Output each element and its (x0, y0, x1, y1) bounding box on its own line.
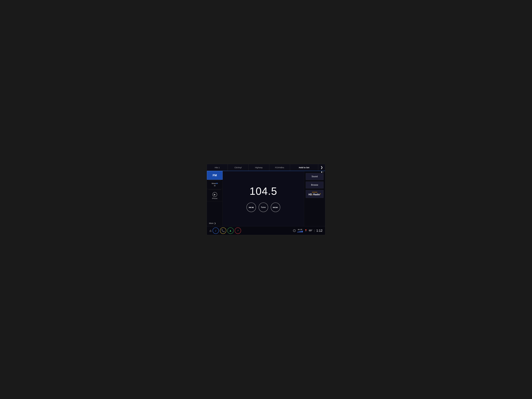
left-sidebar: FM SiriusXM ≋ ▶ iPhone More ❯ (207, 171, 223, 226)
car-infotainment-screen: Hits 1 ClsVinyl Highway FOXHdlns Hold to… (207, 164, 325, 235)
home-button[interactable]: ⌂ (209, 229, 211, 233)
tune-button[interactable]: Tune (259, 203, 268, 212)
phone-button[interactable]: 📞 (220, 228, 226, 234)
hold-to-set-button[interactable]: Hold to Set (290, 164, 318, 171)
center-player-area: 104.5 ⏮⏮ Tune ⏭⏭ (223, 171, 304, 226)
frequency-display: 104.5 (249, 185, 277, 197)
separator: | (314, 229, 315, 232)
siriusxm-icon: SiriusXM ≋ (212, 183, 218, 187)
sidebar-divider-1 (209, 180, 221, 180)
more-button[interactable]: More ❯ (207, 220, 223, 226)
signal-bar-1 (297, 232, 298, 232)
status-area: 1 4G LTE 📍 69° | 1:12 (293, 229, 323, 233)
siriusxm-button[interactable]: SiriusXM ≋ (207, 181, 223, 189)
preset-highway[interactable]: Highway (248, 164, 269, 171)
playback-controls: ⏮⏮ Tune ⏭⏭ (247, 203, 280, 212)
temperature: 69° (309, 229, 312, 232)
hd-radio-bar (312, 192, 317, 192)
dot-inactive (323, 171, 324, 173)
browse-button[interactable]: Browse (306, 182, 323, 188)
dot-active (321, 171, 322, 173)
tune-label: Tune (261, 206, 266, 208)
signal-bars (297, 230, 303, 232)
iphone-play-icon: ▶ (212, 192, 217, 197)
siriusxm-waves-icon: ≋ (212, 184, 218, 187)
rewind-icon: ⏮⏮ (249, 206, 254, 209)
right-sidebar: Sound Browse HD) Radio® (304, 171, 325, 226)
sound-button[interactable]: Sound (306, 173, 323, 180)
preset-clsvinyl[interactable]: ClsVinyl (228, 164, 249, 171)
maps-button[interactable]: ▲ (227, 228, 234, 234)
iphone-label: iPhone (212, 197, 217, 199)
iphone-button[interactable]: ▶ iPhone (207, 190, 223, 201)
sidebar-divider-2 (209, 190, 221, 190)
network-type: 4G LTE (298, 229, 302, 230)
rewind-button[interactable]: ⏮⏮ (247, 203, 256, 212)
network-number: 1 (293, 229, 296, 232)
preset-foxhdlns[interactable]: FOXHdlns (269, 164, 290, 171)
page-dots (321, 171, 324, 173)
carplay-button[interactable]: ↗ (235, 228, 241, 234)
time-display: 1:12 (316, 229, 323, 233)
preset-hits1[interactable]: Hits 1 (207, 164, 228, 171)
forward-button[interactable]: ⏭⏭ (271, 203, 280, 212)
signal-bar-5 (302, 231, 303, 232)
main-content: FM SiriusXM ≋ ▶ iPhone More ❯ 104.5 (207, 171, 325, 226)
signal-bar-2 (298, 232, 299, 232)
radio-text: Radio (313, 193, 320, 196)
fm-button[interactable]: FM (207, 171, 223, 180)
navigation-icons: ⌂ ♪ 📞 ▲ ↗ (209, 228, 241, 234)
hd-text: HD (309, 193, 312, 196)
more-chevron-icon: ❯ (214, 222, 216, 224)
signal-bar-4 (301, 231, 302, 232)
network-info: 4G LTE (297, 229, 303, 232)
music-button[interactable]: ♪ (213, 228, 219, 234)
more-label: More (209, 222, 214, 224)
hd-radio-button[interactable]: HD) Radio® (306, 190, 323, 198)
bottom-status-bar: ⌂ ♪ 📞 ▲ ↗ 1 4G LTE 📍 69° | 1:12 (207, 226, 325, 235)
presets-bar: Hits 1 ClsVinyl Highway FOXHdlns Hold to… (207, 164, 325, 171)
presets-next-button[interactable]: ❯ (318, 164, 325, 171)
trademark-dot: ® (320, 193, 321, 195)
location-icon: 📍 (304, 229, 307, 232)
hd-radio-text: HD) Radio® (309, 193, 321, 196)
forward-icon: ⏭⏭ (273, 206, 278, 209)
signal-bar-3 (300, 231, 300, 232)
